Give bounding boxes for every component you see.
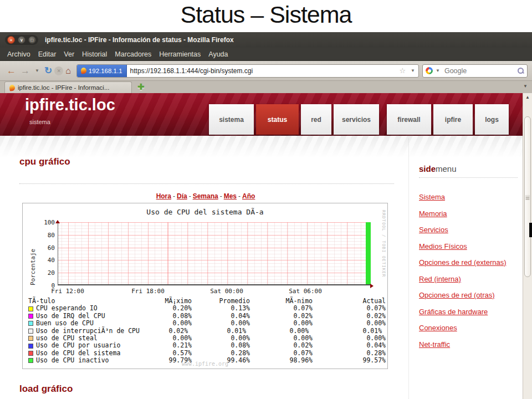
- reload-button[interactable]: ↻: [44, 66, 52, 75]
- legend-swatch-interrupt: [28, 329, 33, 334]
- legend-min: 0.02%: [250, 313, 313, 320]
- legend-header-row: TÃ-tulo MÃ¡ximo Promedio MÃ-nimo Actual: [28, 298, 386, 305]
- menu-herramientas[interactable]: Herramientas: [155, 50, 204, 58]
- slide-title: Status – Sistema: [0, 1, 532, 28]
- legend-swatch-irq: [28, 314, 33, 319]
- back-button[interactable]: ←: [7, 66, 16, 75]
- tab-logs[interactable]: logs: [475, 104, 509, 135]
- legend-min: 0.00%: [250, 335, 313, 342]
- maximize-window-button[interactable]: □: [28, 36, 36, 44]
- graph-title: Uso de CPU del sistema DÃ-a: [23, 208, 387, 216]
- sidemenu-links: Sistema Memoria Servicios Medios Físicos…: [419, 192, 518, 349]
- sidemenu-title-bold: side: [419, 164, 436, 173]
- sidemenu-divider: [419, 177, 518, 178]
- legend-col-maximo: MÃ¡ximo: [153, 298, 192, 305]
- search-icon[interactable]: [518, 68, 524, 74]
- menu-archivo[interactable]: Archivo: [3, 50, 34, 58]
- new-tab-button[interactable]: ✚: [137, 82, 145, 92]
- legend-col-titulo: TÃ-tulo: [28, 298, 153, 305]
- menu-ayuda[interactable]: Ayuda: [204, 50, 232, 58]
- search-bar[interactable]: ▼: [422, 64, 528, 78]
- legend-max: 0.02%: [153, 328, 192, 335]
- tab-sistema[interactable]: sistema: [209, 104, 254, 135]
- menu-bar: Archivo Editar Ver Historial Marcadores …: [0, 48, 532, 61]
- menu-editar[interactable]: Editar: [34, 50, 60, 58]
- history-dropdown-icon[interactable]: ▼: [35, 68, 39, 73]
- bookmark-star-icon[interactable]: ☆: [399, 66, 406, 75]
- legend-swatch-system: [28, 351, 33, 356]
- period-semana[interactable]: Semana: [193, 192, 218, 200]
- plot-area: [58, 222, 371, 285]
- sidebar-item-conexiones[interactable]: Conexiones: [419, 324, 457, 332]
- browser-tab[interactable]: ipfire.tic.loc - IPFire - Informaci...: [4, 81, 132, 93]
- period-separator: -: [171, 192, 177, 200]
- navigation-toolbar: ← → ▼ ↻ ✕ ⌂ 192.168.1.1 https://192.168.…: [0, 61, 532, 81]
- legend-min: 0.07%: [250, 305, 313, 312]
- window-title: ipfire.tic.loc - IPFire - Información de…: [45, 36, 234, 44]
- menu-marcadores[interactable]: Marcadores: [111, 50, 155, 58]
- period-hora[interactable]: Hora: [156, 192, 171, 200]
- minimize-window-button[interactable]: ∨: [18, 36, 25, 44]
- tab-bar: ipfire.tic.loc - IPFire - Informaci... ✚…: [0, 81, 532, 93]
- tab-list-dropdown-icon[interactable]: ▼: [523, 84, 528, 89]
- page-scrollbar[interactable]: ▲: [523, 93, 532, 399]
- period-anio[interactable]: Año: [242, 192, 255, 200]
- sidebar-item-memoria[interactable]: Memoria: [419, 209, 447, 218]
- legend-current: 0.04%: [313, 342, 386, 349]
- slide: Status – Sistema × ∨ □ ipfire.tic.loc - …: [0, 0, 532, 399]
- sidebar-item-net-traffic[interactable]: Net-traffic: [419, 340, 450, 349]
- period-dia[interactable]: Día: [177, 192, 187, 200]
- home-button[interactable]: ⌂: [65, 66, 71, 75]
- menu-ver[interactable]: Ver: [60, 50, 78, 58]
- legend-max: 0.21%: [153, 342, 192, 349]
- sidebar-item-sistema[interactable]: Sistema: [419, 193, 445, 201]
- y-tick-20: 20: [37, 269, 55, 277]
- legend-col-actual: Actual: [313, 298, 386, 305]
- tab-status[interactable]: status: [256, 104, 299, 135]
- url-input[interactable]: https://192.168.1.1:444/cgi-bin/system.c…: [127, 67, 400, 75]
- legend-label: CPU esperando IO: [36, 305, 98, 312]
- url-dropdown-icon[interactable]: ▼: [411, 68, 415, 73]
- search-input[interactable]: [444, 67, 518, 75]
- tab-servicios[interactable]: servicios: [334, 104, 379, 135]
- legend-avg: 0.04%: [192, 313, 250, 320]
- rrdtool-credit: RRDTOOL / TOBI OETIKER: [381, 210, 386, 277]
- period-mes[interactable]: Mes: [224, 192, 237, 200]
- legend-col-promedio: Promedio: [192, 298, 250, 305]
- stop-button[interactable]: ✕: [54, 66, 63, 75]
- tab-firewall[interactable]: firewall: [387, 104, 431, 135]
- y-tick-100: 100: [37, 219, 55, 226]
- section-divider: [19, 183, 394, 184]
- sidebar-item-opciones-red-otras[interactable]: Opciones de red (otras): [419, 291, 495, 299]
- search-engine-dropdown-icon[interactable]: ▼: [436, 68, 440, 73]
- legend-row: Uso de CPU por usuario 0.21% 0.08% 0.02%…: [28, 342, 386, 349]
- period-separator: -: [237, 192, 242, 200]
- legend-row: Uso de CPU del sistema 0.57% 0.28% 0.07%…: [28, 350, 386, 357]
- tab-red[interactable]: red: [301, 104, 331, 135]
- legend-current: 0.28%: [313, 350, 386, 357]
- sidebar-item-graficas-hardware[interactable]: Gráficas de hardware: [419, 308, 488, 316]
- sidebar-divider: [408, 139, 409, 399]
- period-separator: -: [187, 192, 193, 200]
- tab-favicon-icon: [9, 84, 15, 91]
- scroll-up-arrow-icon[interactable]: ▲: [523, 95, 532, 100]
- sidebar-item-servicios[interactable]: Servicios: [419, 226, 448, 234]
- close-window-button[interactable]: ×: [7, 36, 15, 44]
- sidemenu-title: sidemenu: [419, 164, 518, 173]
- url-bar[interactable]: 192.168.1.1 https://192.168.1.1:444/cgi-…: [76, 64, 419, 78]
- legend-label: Uso de CPU del sistema: [36, 350, 120, 357]
- site-identity-chip[interactable]: 192.168.1.1: [77, 65, 127, 77]
- legend-min: 0.02%: [250, 342, 313, 349]
- sidebar-item-medios-fisicos[interactable]: Medios Físicos: [419, 242, 467, 250]
- sidebar-item-red-interna[interactable]: Red (interna): [419, 275, 461, 283]
- annotation-mark: [529, 223, 532, 237]
- legend-label: Uso de CPU por usuario: [36, 342, 120, 349]
- tab-ipfire[interactable]: ipfire: [433, 104, 473, 135]
- period-links: Hora-Día-Semana-Mes-Año: [22, 192, 389, 200]
- window-buttons: × ∨ □: [5, 35, 38, 45]
- forward-button[interactable]: →: [21, 66, 30, 75]
- sidebar-item-opciones-red-externas[interactable]: Opciones de red (externas): [419, 258, 507, 267]
- legend-current: 0.00%: [313, 320, 386, 327]
- menu-historial[interactable]: Historial: [78, 50, 111, 58]
- scrollbar-thumb[interactable]: [524, 116, 531, 277]
